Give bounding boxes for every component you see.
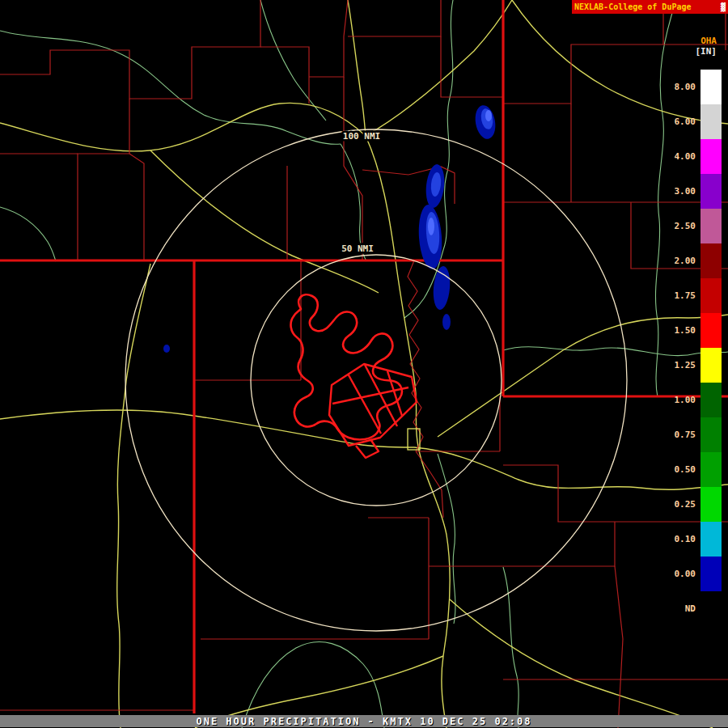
colorbar-segment <box>700 522 722 557</box>
radar-screen: 100 NMI 50 NMI NEXLAB-College of DuPage … <box>0 0 728 728</box>
product-units-label: [IN] <box>696 46 717 57</box>
colorbar-segment <box>700 452 722 487</box>
product-code-label: OHA <box>696 36 717 46</box>
colorbar-row: 0.75 <box>667 417 722 452</box>
colorbar-segment <box>700 487 722 522</box>
colorbar-label: 0.00 <box>667 569 696 579</box>
colorbar-segment <box>700 278 722 313</box>
colorbar-row: 0.25 <box>667 487 722 522</box>
colorbar-label: 0.75 <box>667 430 696 440</box>
precip-echo-dark <box>163 104 497 353</box>
colorbar-label: 0.10 <box>667 534 696 544</box>
colorbar-row: 0.00 <box>667 557 722 591</box>
colorbar-label: 3.00 <box>667 186 696 197</box>
colorbar-segment <box>700 70 722 104</box>
brand-text: NEXLAB-College of DuPage <box>574 2 692 11</box>
colorbar-row: 1.50 <box>667 313 722 348</box>
colorbar-segment <box>700 139 722 174</box>
colorbar-row: 1.75 <box>667 278 722 313</box>
cod-logo-icon: ▓ <box>721 3 726 11</box>
colorbar-segment <box>700 104 722 139</box>
colorbar-row: ND <box>667 591 722 626</box>
colorbar-label: 1.75 <box>667 290 696 301</box>
status-bar: ONE HOUR PRECIPITATION - KMTX 10 DEC 25 … <box>0 715 728 727</box>
colorbar-row: 8.00 <box>667 70 722 104</box>
lake-outline <box>291 294 402 439</box>
radar-map-canvas[interactable]: 100 NMI 50 NMI <box>0 0 728 728</box>
colorbar-label: 1.50 <box>667 325 696 336</box>
brand-bar: NEXLAB-College of DuPage ▓ <box>572 0 728 14</box>
colorbar-segment <box>700 209 722 243</box>
colorbar-segment <box>700 243 722 278</box>
colorbar-row: 0.10 <box>667 522 722 557</box>
colorbar-row: 2.50 <box>667 209 722 243</box>
colorbar-label: 1.25 <box>667 360 696 370</box>
colorbar-row: 0.50 <box>667 452 722 487</box>
colorbar-label: 8.00 <box>667 82 696 92</box>
colorbar-segment <box>700 417 722 452</box>
colorbar-segment <box>700 591 722 626</box>
colorbar-row: 2.00 <box>667 243 722 278</box>
range-ring-label-100: 100 NMI <box>343 131 380 142</box>
colorbar-label: 2.00 <box>667 256 696 266</box>
colorbar-row: 3.00 <box>667 174 722 209</box>
urban-boundary-lines <box>329 364 417 458</box>
colorbar-label: 0.50 <box>667 464 696 475</box>
colorbar-legend: 8.00 6.00 4.00 3.00 2.50 2.00 1.75 1.50 <box>667 70 722 626</box>
range-ring-label-50: 50 NMI <box>341 243 374 254</box>
colorbar-label: 4.00 <box>667 151 696 162</box>
colorbar-segment <box>700 383 722 417</box>
status-bar-text: ONE HOUR PRECIPITATION - KMTX 10 DEC 25 … <box>196 716 531 727</box>
colorbar-row: 6.00 <box>667 104 722 139</box>
colorbar-row: 4.00 <box>667 139 722 174</box>
product-labels: OHA [IN] <box>696 36 717 57</box>
colorbar-label: 1.00 <box>667 395 696 405</box>
colorbar-segment <box>700 557 722 591</box>
colorbar-segment <box>700 313 722 348</box>
colorbar-segment <box>700 174 722 209</box>
colorbar-label: 0.25 <box>667 499 696 510</box>
colorbar-label: ND <box>667 603 696 614</box>
colorbar-label: 6.00 <box>667 116 696 127</box>
colorbar-row: 1.25 <box>667 348 722 383</box>
colorbar-segment <box>700 348 722 383</box>
colorbar-label: 2.50 <box>667 221 696 231</box>
colorbar-row: 1.00 <box>667 383 722 417</box>
